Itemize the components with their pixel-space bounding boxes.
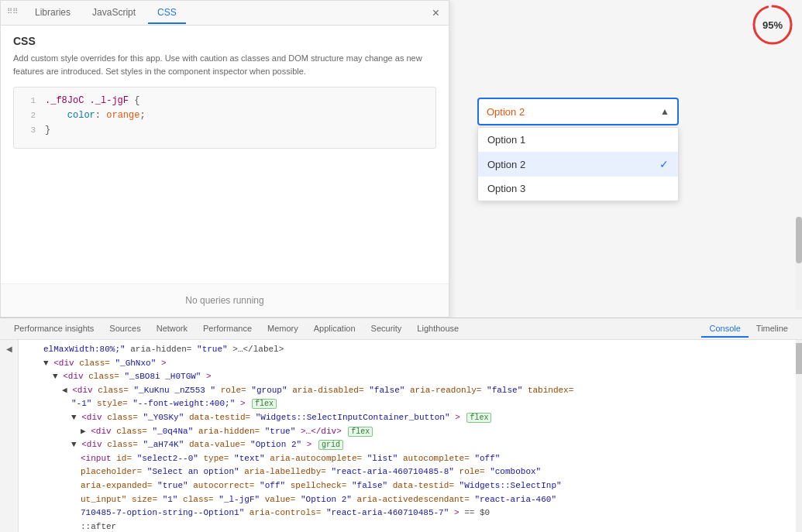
dom-scrollbar-thumb[interactable] bbox=[796, 343, 802, 374]
code-line-1: 1 ._f8JoC ._l-jgF { bbox=[20, 94, 429, 108]
line-number-2: 2 bbox=[20, 109, 36, 123]
tab-console[interactable]: Console bbox=[701, 321, 748, 338]
dom-content: elMaxWidth:80%;" aria-hidden= "true" >…<… bbox=[19, 340, 796, 532]
devtools-content: ◀ elMaxWidth:80%;" aria-hidden= "true" >… bbox=[0, 340, 802, 532]
dom-line-5: ▼ <div class= "_Y0SKy" data-testid= "Wid… bbox=[25, 411, 790, 425]
code-line-2: 2 color: orange; bbox=[20, 108, 429, 123]
select-current-value: Option 2 bbox=[487, 106, 525, 118]
panel-scrollbar[interactable] bbox=[796, 217, 802, 310]
dom-line-9: placeholder= "Select an option" aria-lab… bbox=[25, 465, 790, 479]
code-editor[interactable]: 1 ._f8JoC ._l-jgF { 2 color: orange; 3 } bbox=[13, 87, 436, 149]
line-number-3: 3 bbox=[20, 124, 36, 138]
select-area: Option 2 ▲ Option 1 Option 2 Option 3 bbox=[465, 85, 802, 138]
dom-line-3: ◀ <div class= "_KuKnu _nZ553 " role= "gr… bbox=[25, 384, 790, 398]
select-option-3[interactable]: Option 3 bbox=[478, 177, 678, 201]
dom-line-13: ::after bbox=[25, 520, 790, 532]
tab-sources[interactable]: Sources bbox=[102, 321, 148, 338]
tab-javascript[interactable]: JavaScript bbox=[83, 2, 145, 24]
tab-memory[interactable]: Memory bbox=[260, 321, 306, 338]
panel-footer: No queries running bbox=[1, 283, 449, 317]
dom-line-11: ut_input" size= "1" class= "_l-jgF" valu… bbox=[25, 493, 790, 507]
dom-line-10: aria-expanded= "true" autocorrect= "off"… bbox=[25, 479, 790, 493]
percent-circle: 95% bbox=[751, 3, 794, 46]
code-line-3: 3 } bbox=[20, 123, 429, 138]
select-option-2[interactable]: Option 2 bbox=[478, 152, 678, 177]
dom-line-4: "-1" style= "--font-weight:400;" > flex bbox=[25, 397, 790, 411]
tab-timeline[interactable]: Timeline bbox=[749, 321, 796, 338]
percent-value: 95% bbox=[762, 19, 783, 31]
close-button[interactable]: × bbox=[429, 3, 442, 23]
drag-handle: ⠿⠿ bbox=[7, 7, 19, 19]
dom-scrollbar[interactable] bbox=[796, 340, 802, 532]
tab-performance-insights[interactable]: Performance insights bbox=[6, 321, 102, 338]
dom-line-1: ▼ <div class= "_GhNxo" > bbox=[25, 357, 790, 371]
dom-line-12: 710485-7-option-string--Option1" aria-co… bbox=[25, 506, 790, 520]
select-trigger[interactable]: Option 2 ▲ bbox=[477, 98, 679, 125]
tab-lighthouse[interactable]: Lighthouse bbox=[409, 321, 466, 338]
tab-application[interactable]: Application bbox=[306, 321, 363, 338]
tab-performance[interactable]: Performance bbox=[195, 321, 260, 338]
line-number-1: 1 bbox=[20, 94, 36, 108]
select-dropdown: Option 1 Option 2 Option 3 bbox=[477, 127, 679, 201]
no-queries-text: No queries running bbox=[10, 289, 439, 312]
panel-title: CSS bbox=[13, 35, 436, 47]
select-container: Option 2 ▲ Option 1 Option 2 Option 3 bbox=[477, 98, 679, 125]
chevron-up-icon: ▲ bbox=[660, 106, 669, 117]
css-panel: ⠿⠿ Libraries JavaScript CSS × CSS Add cu… bbox=[0, 0, 449, 317]
panel-tabs: ⠿⠿ Libraries JavaScript CSS × bbox=[1, 1, 449, 26]
dom-line-7: ▼ <div class= "_aH74K" data-value= "Opti… bbox=[25, 438, 790, 452]
tab-libraries[interactable]: Libraries bbox=[26, 2, 80, 24]
devtools-panel: Performance insights Sources Network Per… bbox=[0, 317, 802, 532]
dom-line-2: ▼ <div class= "_sBO8i _H0TGW" > bbox=[25, 370, 790, 384]
left-panel-toggle[interactable]: ◀ bbox=[0, 340, 19, 532]
tab-css[interactable]: CSS bbox=[148, 2, 186, 24]
select-option-1[interactable]: Option 1 bbox=[478, 128, 678, 152]
tab-network[interactable]: Network bbox=[149, 321, 195, 338]
dom-line-6: ▶ <div class= "_0q4Na" aria-hidden= "tru… bbox=[25, 425, 790, 439]
devtools-toolbar: Performance insights Sources Network Per… bbox=[0, 318, 802, 340]
panel-scrollbar-thumb[interactable] bbox=[796, 217, 802, 263]
toggle-icon: ◀ bbox=[6, 345, 12, 353]
dom-line-8: <input id= "select2--0" type= "text" ari… bbox=[25, 452, 790, 466]
tab-security[interactable]: Security bbox=[363, 321, 410, 338]
panel-body: CSS Add custom style overrides for this … bbox=[1, 26, 449, 283]
panel-description: Add custom style overrides for this app.… bbox=[13, 52, 436, 77]
dom-line-0: elMaxWidth:80%;" aria-hidden= "true" >…<… bbox=[25, 343, 790, 357]
